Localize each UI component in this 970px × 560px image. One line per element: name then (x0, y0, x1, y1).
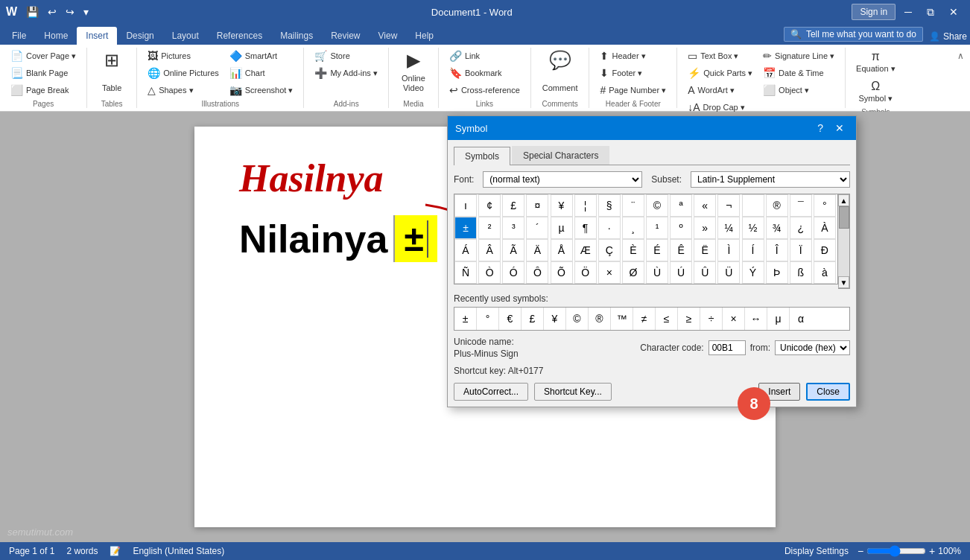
object-button[interactable]: ⬜ Object ▾ (758, 82, 839, 98)
scroll-thumb[interactable] (839, 206, 849, 229)
sym-A-grave[interactable]: À (814, 217, 836, 239)
smartart-button[interactable]: 🔷 SmartArt (225, 48, 298, 64)
tab-layout[interactable]: Layout (163, 27, 208, 45)
display-settings[interactable]: Display Settings (784, 546, 849, 556)
sign-in-button[interactable]: Sign in (852, 4, 895, 20)
sym-Thorn[interactable]: Þ (766, 261, 788, 284)
tab-insert[interactable]: Insert (77, 27, 117, 45)
comment-button[interactable]: 💬 Comment (537, 48, 583, 97)
sym-ordinal-o[interactable]: º (670, 217, 692, 239)
dialog-close-button[interactable]: ✕ (831, 121, 849, 136)
screenshot-button[interactable]: 📷 Screenshot ▾ (225, 82, 298, 98)
sym-copyright[interactable]: © (646, 194, 668, 217)
tab-references[interactable]: References (208, 27, 271, 45)
sym-Eth[interactable]: Ð (814, 239, 836, 261)
sym-O-circumflex[interactable]: Ô (526, 261, 548, 284)
sym-inverted-question[interactable]: ¿ (790, 217, 812, 239)
sym-A-acute[interactable]: Á (454, 239, 477, 261)
recent-alpha[interactable]: α (790, 308, 812, 330)
sym-A-ring[interactable]: Å (551, 239, 573, 261)
sym-A-circumflex[interactable]: Â (478, 239, 501, 261)
sym-Y-acute[interactable]: Ý (742, 261, 764, 284)
sym-O-grave[interactable]: Ò (478, 261, 501, 284)
sym-plusminus[interactable]: ± (454, 217, 477, 239)
zoom-in-button[interactable]: + (929, 545, 935, 557)
store-button[interactable]: 🛒 Store (310, 48, 381, 64)
zoom-out-button[interactable]: − (858, 545, 863, 557)
sym-quarter[interactable]: ¼ (717, 217, 740, 239)
sym-right-guillemet[interactable]: » (694, 217, 716, 239)
cover-page-button[interactable]: 📄 Cover Page ▾ (6, 48, 80, 64)
dialog-help-button[interactable]: ? (813, 121, 828, 136)
sym-bar[interactable]: ¦ (574, 194, 597, 217)
undo-button[interactable]: ↩ (45, 4, 60, 19)
restore-button[interactable]: ⧉ (921, 4, 940, 20)
font-select[interactable]: (normal text) (483, 171, 642, 188)
subset-select[interactable]: Latin-1 Supplement (691, 171, 850, 188)
sym-three-quarter[interactable]: ¾ (766, 217, 788, 239)
page-number-button[interactable]: # Page Number ▾ (595, 82, 671, 98)
sym-O-slash[interactable]: Ø (622, 261, 644, 284)
sym-i[interactable]: ı (454, 194, 477, 217)
quick-parts-button[interactable]: ⚡ Quick Parts ▾ (683, 65, 757, 81)
recent-divide[interactable]: ÷ (700, 308, 723, 330)
equation-button[interactable]: π Equation ▾ (852, 48, 899, 77)
sym-E-acute[interactable]: É (646, 239, 668, 261)
footer-button[interactable]: ⬇ Footer ▾ (595, 65, 671, 81)
symbol-button[interactable]: Ω Symbol ▾ (852, 77, 899, 106)
tab-special-characters[interactable]: Special Characters (512, 146, 609, 165)
sym-sup3[interactable]: ³ (502, 217, 524, 239)
sym-soft-hyphen[interactable]: ­ (742, 194, 764, 217)
sym-U-umlaut[interactable]: Ü (717, 261, 740, 284)
recent-euro[interactable]: € (499, 308, 522, 330)
sym-I-acute[interactable]: Í (742, 239, 764, 261)
autocorrect-button[interactable]: AutoCorrect... (454, 383, 528, 401)
sym-A-umlaut[interactable]: Ä (526, 239, 548, 261)
text-box-button[interactable]: ▭ Text Box ▾ (683, 48, 757, 64)
tab-home[interactable]: Home (35, 27, 77, 45)
sym-O-umlaut[interactable]: Ö (574, 261, 597, 284)
recent-geq[interactable]: ≥ (678, 308, 700, 330)
sym-N-tilde[interactable]: Ñ (454, 261, 477, 284)
page-break-button[interactable]: ⬜ Page Break (6, 82, 80, 98)
sym-cent[interactable]: ¢ (478, 194, 501, 217)
recent-pound[interactable]: £ (522, 308, 544, 330)
tab-file[interactable]: File (3, 27, 35, 45)
insert-button[interactable]: Insert (758, 383, 800, 401)
recent-yen[interactable]: ¥ (544, 308, 566, 330)
online-video-button[interactable]: ▶ OnlineVideo (395, 48, 432, 97)
my-addins-button[interactable]: ➕ My Add-ins ▾ (310, 65, 381, 81)
wordart-button[interactable]: A WordArt ▾ (683, 82, 757, 98)
from-select[interactable]: Unicode (hex) (775, 340, 850, 355)
recent-times[interactable]: × (723, 308, 745, 330)
tab-design[interactable]: Design (117, 27, 162, 45)
symbol-dialog[interactable]: Symbol ? ✕ Symbols Special Characters Fo… (447, 115, 857, 407)
save-button[interactable]: 💾 (23, 4, 42, 19)
sym-degree[interactable]: ° (814, 194, 836, 217)
minimize-button[interactable]: ─ (898, 4, 918, 19)
sym-E-circumflex[interactable]: Ê (670, 239, 692, 261)
sym-not[interactable]: ¬ (717, 194, 740, 217)
recent-trademark[interactable]: ™ (611, 308, 633, 330)
sym-currency[interactable]: ¤ (526, 194, 548, 217)
sym-a-grave[interactable]: à (814, 261, 836, 284)
close-button[interactable]: Close (806, 383, 850, 401)
tab-mailings[interactable]: Mailings (271, 27, 322, 45)
chart-button[interactable]: 📊 Chart (225, 65, 298, 81)
sym-pound[interactable]: £ (502, 194, 524, 217)
sym-sup1[interactable]: ¹ (646, 217, 668, 239)
sym-C-cedilla[interactable]: Ç (598, 239, 621, 261)
sym-E-grave[interactable]: È (622, 239, 644, 261)
shortcut-key-button[interactable]: Shortcut Key... (534, 383, 612, 401)
sym-yen[interactable]: ¥ (551, 194, 573, 217)
recent-leftright[interactable]: ↔ (745, 308, 767, 330)
sym-O-acute[interactable]: Ó (502, 261, 524, 284)
bookmark-button[interactable]: 🔖 Bookmark (445, 65, 524, 81)
link-button[interactable]: 🔗 Link (445, 48, 524, 64)
recent-degree[interactable]: ° (477, 308, 499, 330)
tab-review[interactable]: Review (322, 27, 369, 45)
cross-reference-button[interactable]: ↩ Cross-reference (445, 82, 524, 98)
recent-mu[interactable]: μ (767, 308, 790, 330)
sym-acute[interactable]: ´ (526, 217, 548, 239)
sym-sup2[interactable]: ² (478, 217, 501, 239)
